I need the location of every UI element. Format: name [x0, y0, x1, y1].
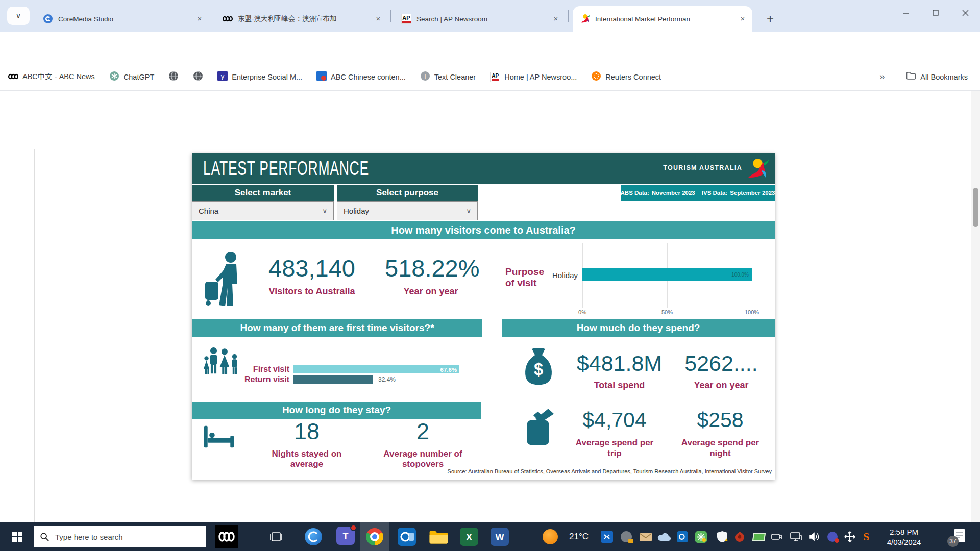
bookmark-enterprise-social[interactable]: y Enterprise Social M... — [217, 71, 302, 83]
vpn-globe-lock-icon[interactable] — [618, 522, 635, 551]
abc-logo-icon — [223, 14, 233, 24]
app-icon-round-blue[interactable] — [299, 522, 328, 551]
tab-close-icon[interactable]: × — [551, 14, 560, 23]
device-plug-icon[interactable] — [769, 522, 786, 551]
purpose-holiday-bar[interactable]: 100.0% — [582, 268, 752, 281]
svg-text:T: T — [343, 531, 349, 541]
excel-icon[interactable]: X — [454, 522, 484, 551]
tick-50: 50% — [662, 309, 673, 315]
bookmark-globe-1[interactable] — [168, 71, 179, 83]
bookmark-reuters-connect[interactable]: Reuters Connect — [591, 71, 661, 83]
visitors-yoy: 518.22% — [385, 254, 477, 282]
tick-0: 0% — [578, 309, 586, 315]
close-window-button[interactable] — [950, 0, 980, 26]
word-icon[interactable]: W — [485, 522, 514, 551]
all-bookmarks-button[interactable]: All Bookmarks — [906, 71, 968, 82]
weather-sun-icon[interactable] — [539, 522, 561, 551]
file-explorer-icon[interactable] — [424, 522, 453, 551]
stay-band: How long do they stay? — [192, 402, 481, 419]
notification-center[interactable]: 37 — [945, 522, 974, 551]
weather-temp[interactable]: 21°C — [564, 522, 594, 551]
move-cross-icon[interactable] — [841, 522, 859, 551]
source-note: Source: Australian Bureau of Statistics,… — [448, 468, 772, 474]
market-dropdown[interactable]: China∨ — [192, 201, 334, 220]
coremedia-icon — [43, 14, 53, 24]
bookmark-ap-newsroom[interactable]: AP Home | AP Newsroo... — [490, 72, 577, 82]
first-time-band: How many of them are first time visitors… — [192, 319, 482, 337]
bookmark-chatgpt[interactable]: ChatGPT — [109, 71, 154, 83]
network-display-icon[interactable] — [787, 522, 804, 551]
search-placeholder: Type here to search — [55, 533, 123, 541]
total-spend-label: Total spend — [567, 380, 672, 391]
ap-logo-icon: AP — [490, 72, 500, 82]
task-view-icon[interactable] — [261, 522, 291, 551]
nights-label: Nights stayed on average — [258, 449, 355, 469]
defender-shield-icon[interactable] — [714, 522, 731, 551]
green-display-icon[interactable] — [750, 522, 768, 551]
taskbar-search-box[interactable]: Type here to search — [34, 526, 206, 547]
chrome-icon[interactable] — [360, 522, 389, 551]
outlook-icon[interactable] — [392, 522, 422, 551]
tab-strip: ∨ CoreMedia Studio × 东盟-澳大利亚峰会：澳洲宣布加 × A… — [0, 0, 980, 32]
tab-ap-newsroom[interactable]: AP Search | AP Newsroom × — [394, 6, 566, 32]
bookmark-abc-chinese[interactable]: ABC Chinese conten... — [316, 71, 406, 83]
bookmarks-overflow-icon[interactable]: » — [879, 71, 885, 82]
teams-tray-icon[interactable] — [824, 522, 841, 551]
scrollbar-thumb[interactable] — [973, 188, 978, 227]
nights-stat: 18 Nights stayed on average — [258, 418, 355, 469]
scrollbar-track[interactable] — [971, 91, 980, 522]
visitors-count: 483,140 — [263, 254, 360, 282]
tab-international-market-active[interactable]: International Market Performan × — [573, 6, 752, 32]
outlook-tray-icon[interactable] — [674, 522, 691, 551]
new-tab-button[interactable]: + — [761, 9, 780, 29]
chevron-down-icon: ∨ — [16, 11, 21, 20]
red-app-icon[interactable] — [731, 522, 748, 551]
bookmark-globe-2[interactable] — [193, 71, 203, 83]
spend-per-trip-label: Average spend per trip — [574, 437, 655, 459]
first-visit-label: First visit — [223, 365, 289, 374]
tab-close-icon[interactable]: × — [738, 14, 747, 23]
bookmark-text-cleaner[interactable]: T Text Cleaner — [420, 71, 476, 83]
first-visit-bar[interactable]: 67.6% — [293, 365, 459, 373]
bookmark-abc-news[interactable]: ABC中文 - ABC News — [8, 72, 95, 82]
tab-abc-news[interactable]: 东盟-澳大利亚峰会：澳洲宣布加 × — [215, 6, 388, 32]
tab-close-icon[interactable]: × — [374, 14, 383, 23]
abc-logo-icon — [8, 72, 18, 82]
teams-icon[interactable]: T — [331, 522, 360, 551]
tab-close-icon[interactable]: × — [195, 14, 204, 23]
notification-badge: 37 — [947, 536, 959, 547]
bookmarks-bar: ABC中文 - ABC News ChatGPT y Enterprise So… — [0, 63, 980, 91]
maximize-button[interactable] — [921, 0, 950, 26]
folder-icon — [906, 71, 916, 82]
total-spend-stat: $481.8M Total spend — [567, 351, 672, 391]
return-visit-bar[interactable] — [293, 375, 373, 384]
visitors-stat: 483,140 Visitors to Australia — [263, 254, 360, 297]
dashboard-title: LATEST PERFORMANCE — [203, 158, 369, 180]
onedrive-icon[interactable] — [655, 522, 673, 551]
tick-100: 100% — [745, 309, 759, 315]
minimize-button[interactable] — [891, 0, 921, 26]
visitors-yoy-stat: 518.22% Year on year — [385, 254, 477, 297]
start-button[interactable] — [6, 522, 29, 551]
remote-session-icon[interactable] — [598, 522, 616, 551]
return-visit-value: 32.4% — [378, 376, 396, 383]
purpose-dropdown[interactable]: Holiday∨ — [337, 201, 478, 220]
spend-per-trip: $4,704 — [569, 408, 660, 432]
taskbar-clock[interactable]: 2:58 PM 4/03/2024 — [874, 522, 934, 551]
svg-text:W: W — [496, 532, 504, 542]
tab-coremedia[interactable]: CoreMedia Studio × — [36, 6, 209, 32]
tab-search-button[interactable]: ∨ — [7, 7, 30, 25]
sophos-icon[interactable]: S — [857, 522, 875, 551]
volume-icon[interactable] — [805, 522, 823, 551]
ap-logo-icon: AP — [401, 14, 411, 24]
abc-app-icon[interactable] — [212, 522, 241, 551]
visitors-count-label: Visitors to Australia — [263, 286, 360, 297]
gridline-100 — [752, 243, 752, 308]
screen: ∨ CoreMedia Studio × 东盟-澳大利亚峰会：澳洲宣布加 × A… — [0, 0, 980, 551]
clock-time: 2:58 PM — [874, 528, 934, 536]
content-left-border — [34, 149, 35, 522]
updating-app-icon[interactable] — [692, 522, 709, 551]
text-cleaner-icon: T — [420, 71, 430, 83]
tab-title: CoreMedia Studio — [58, 15, 191, 23]
mail-tray-icon[interactable] — [637, 522, 654, 551]
